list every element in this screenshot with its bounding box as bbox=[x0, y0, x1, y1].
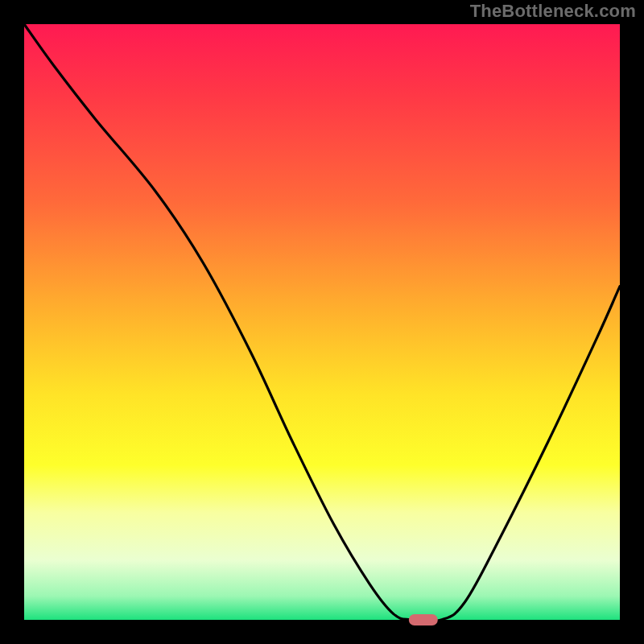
attribution-text: TheBottleneck.com bbox=[470, 1, 636, 22]
chart-frame: TheBottleneck.com bbox=[0, 0, 644, 644]
plot-gradient bbox=[24, 24, 620, 620]
bottleneck-chart bbox=[0, 0, 644, 644]
optimal-marker bbox=[409, 614, 438, 625]
